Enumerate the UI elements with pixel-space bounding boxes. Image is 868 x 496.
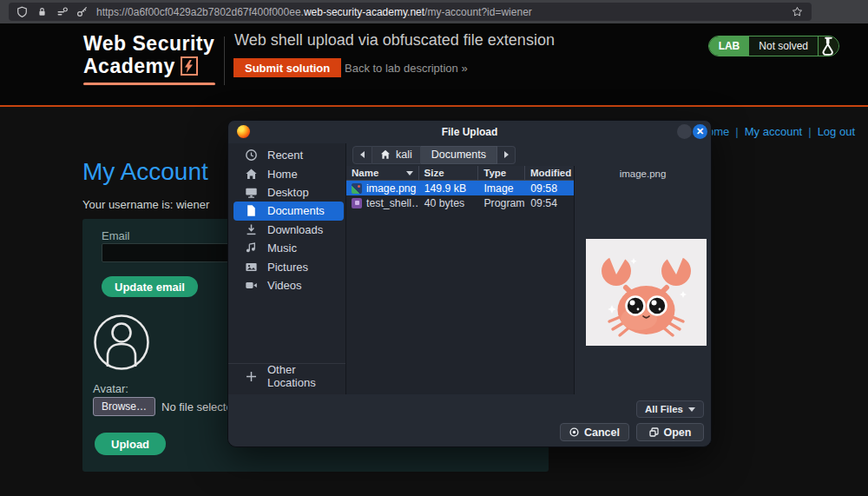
dialog-title: File Upload	[442, 126, 498, 138]
chevron-left-icon	[360, 151, 365, 158]
url-bar[interactable]: https://0a6f00cf0429a2b7802d67f400f000ee…	[9, 3, 812, 21]
path-bar: kali Documents	[346, 143, 711, 166]
submit-solution-button[interactable]: Submit solution	[233, 58, 341, 77]
column-header-size[interactable]: Size	[419, 166, 479, 181]
lightning-bolt-icon	[181, 56, 198, 76]
nav-separator: |	[735, 125, 738, 138]
sidebar-item-documents[interactable]: Documents	[233, 202, 344, 220]
upload-button[interactable]: Upload	[95, 433, 166, 455]
account-nav: Home|My account|Log out	[700, 125, 855, 138]
minimize-button[interactable]	[677, 124, 692, 139]
lock-icon[interactable]	[36, 6, 49, 18]
file-row-image-png[interactable]: image.png 149.9 kB Image 09:58	[346, 181, 574, 195]
sidebar-item-recent[interactable]: Recent	[233, 146, 344, 164]
path-back-button[interactable]	[352, 146, 372, 164]
music-note-icon	[245, 241, 258, 255]
document-icon	[245, 204, 258, 217]
preview-filename: image.png	[575, 169, 711, 179]
back-to-lab-link[interactable]: Back to lab description »	[345, 62, 468, 75]
bookmark-star-icon[interactable]	[792, 6, 804, 18]
chevron-right-icon	[504, 151, 509, 158]
url-subdomain: 0a6f00cf0429a2b7802d67f400f000ee.	[128, 6, 304, 18]
sidebar-item-videos[interactable]: Videos	[233, 276, 344, 294]
header-accent-rule	[0, 105, 868, 107]
lab-title: Web shell upload via obfuscated file ext…	[234, 31, 555, 50]
browser-toolbar: https://0a6f00cf0429a2b7802d67f400f000ee…	[0, 0, 868, 23]
program-file-icon	[352, 198, 362, 208]
picture-icon	[245, 261, 258, 274]
url-domain: web-security-academy.net	[304, 6, 424, 18]
file-upload-dialog: File Upload ✕ Recent Home Desktop	[227, 120, 712, 447]
file-list: Name Size Type Modified image.png 149.9 …	[346, 166, 575, 394]
lab-status-badge: LAB Not solved	[708, 36, 839, 56]
image-file-icon	[352, 183, 362, 194]
preview-pane: image.png	[575, 166, 711, 394]
plus-icon	[245, 370, 258, 383]
avatar-label: Avatar:	[93, 382, 128, 395]
update-email-button[interactable]: Update email	[102, 276, 198, 297]
home-icon	[245, 168, 258, 181]
sidebar-item-desktop[interactable]: Desktop	[233, 183, 344, 202]
download-icon	[245, 223, 258, 236]
sidebar-item-other-locations[interactable]: Other Locations	[233, 367, 344, 386]
dialog-bottom-bar: All Files Cancel Open	[228, 394, 711, 446]
url-scheme: https://	[96, 6, 128, 18]
column-header-name[interactable]: Name	[346, 166, 419, 181]
sidebar-item-downloads[interactable]: Downloads	[233, 221, 344, 239]
dropdown-arrow-icon	[688, 407, 695, 412]
avatar-placeholder-icon	[93, 313, 150, 374]
open-icon	[649, 427, 659, 437]
close-button[interactable]: ✕	[693, 124, 707, 139]
sidebar-item-home[interactable]: Home	[233, 164, 344, 182]
dialog-titlebar[interactable]: File Upload ✕	[228, 121, 711, 143]
browse-button[interactable]: Browse…	[93, 397, 155, 416]
file-row-test-shell[interactable]: test_shell… 40 bytes Program 09:54	[346, 195, 574, 210]
nav-log-out-link[interactable]: Log out	[818, 125, 855, 138]
sidebar-item-music[interactable]: Music	[233, 239, 344, 257]
path-documents-button[interactable]: Documents	[421, 146, 497, 164]
firefox-icon	[237, 125, 250, 138]
column-header-modified[interactable]: Modified	[525, 166, 574, 181]
page-title: My Account	[82, 158, 208, 186]
places-sidebar: Recent Home Desktop Documents Downloads	[228, 143, 346, 394]
url-path: /my-account?id=wiener	[424, 6, 532, 18]
column-header-type[interactable]: Type	[478, 166, 525, 181]
file-filter-dropdown[interactable]: All Files	[636, 400, 704, 418]
clock-icon	[245, 149, 258, 162]
lab-badge-status: Not solved	[749, 36, 818, 56]
username-text: Your username is: wiener	[82, 198, 209, 211]
nav-separator: |	[808, 125, 811, 138]
logo-line2: Academy	[83, 55, 175, 77]
url-text[interactable]: https://0a6f00cf0429a2b7802d67f400f000ee…	[96, 6, 532, 18]
logo-line1: Web Security	[83, 33, 222, 55]
nav-my-account-link[interactable]: My account	[745, 125, 802, 138]
crab-image-preview	[586, 239, 707, 346]
header-divider	[224, 36, 225, 85]
websecurity-academy-logo[interactable]: Web Security Academy	[83, 33, 222, 77]
email-label: Email	[102, 229, 130, 242]
sidebar-item-pictures[interactable]: Pictures	[233, 257, 344, 275]
logo-underline	[83, 83, 215, 85]
file-list-header: Name Size Type Modified	[346, 166, 574, 181]
desktop-icon	[245, 186, 258, 199]
lab-badge-label: LAB	[709, 36, 750, 56]
cancel-icon	[569, 427, 579, 437]
video-camera-icon	[245, 279, 258, 292]
open-button[interactable]: Open	[636, 423, 704, 441]
shield-icon[interactable]	[16, 6, 29, 18]
key-icon[interactable]	[76, 6, 89, 18]
home-icon	[380, 149, 391, 160]
permissions-icon[interactable]	[56, 6, 69, 18]
flask-icon	[818, 36, 838, 56]
path-forward-button[interactable]	[497, 146, 516, 164]
sort-descending-icon	[406, 171, 413, 175]
path-home-button[interactable]: kali	[372, 146, 421, 164]
screen: https://0a6f00cf0429a2b7802d67f400f000ee…	[0, 0, 868, 496]
site-header: Web Security Academy Web shell upload vi…	[0, 23, 868, 105]
avatar-file-picker: Browse… No file selected.	[93, 397, 242, 416]
cancel-button[interactable]: Cancel	[560, 423, 629, 441]
